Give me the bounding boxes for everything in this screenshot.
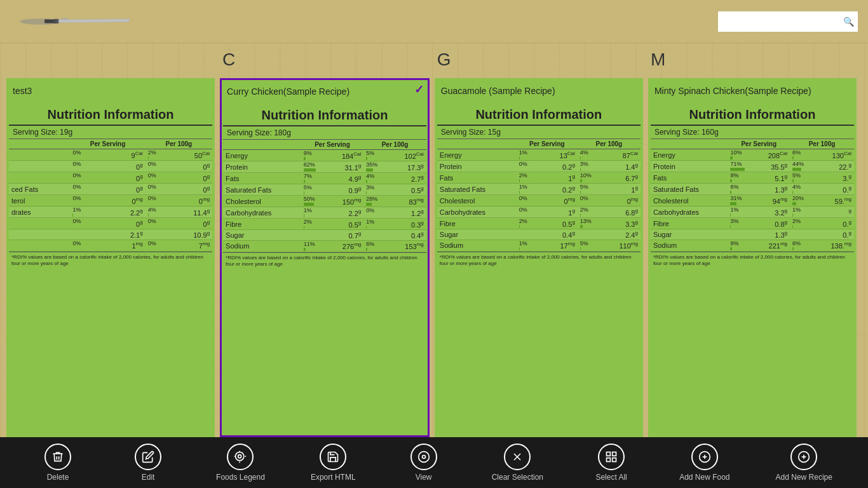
nutrition-label: Nutrition InformationServing Size: 180gP… bbox=[222, 103, 428, 271]
per100g-bar: 44% bbox=[790, 161, 815, 172]
per100g-value: 2.4g bbox=[603, 229, 640, 240]
per-serving-value: 94mg bbox=[753, 195, 790, 207]
search-input[interactable] bbox=[723, 11, 853, 32]
table-row: Fibre2%0.5g13%3.3g bbox=[437, 218, 641, 229]
nutrient-name: Sugar bbox=[223, 230, 301, 241]
per-serving-bar: 2% bbox=[301, 219, 327, 230]
per100g-value: 0g bbox=[171, 184, 212, 195]
nutrition-title: Nutrition Information bbox=[651, 104, 854, 126]
nutrient-name: Protein bbox=[651, 161, 728, 172]
per100g-value: 0mg bbox=[603, 195, 640, 207]
svg-point-11 bbox=[418, 452, 429, 463]
recipe-card[interactable]: Curry Chicken(Sample Recipe)✓Nutrition I… bbox=[220, 78, 430, 437]
search-icon[interactable]: 🔍 bbox=[843, 17, 854, 27]
per-serving-value: 0g bbox=[102, 218, 145, 229]
toolbar-item-select-all[interactable]: Select All bbox=[589, 444, 634, 482]
per-serving-bar: 50% bbox=[301, 196, 327, 207]
per100g-bar: 0% bbox=[146, 218, 171, 229]
serving-size: Serving Size: 180g bbox=[223, 126, 426, 140]
nutrient-name: Saturated Fats bbox=[651, 184, 728, 195]
letter-header: C bbox=[220, 50, 430, 78]
nutrient-name: Sugar bbox=[651, 229, 728, 240]
toolbar-item-clear-selection[interactable]: Clear Selection bbox=[492, 444, 543, 482]
nutrition-title: Nutrition Information bbox=[9, 104, 212, 126]
toolbar-item-view[interactable]: View bbox=[402, 444, 446, 482]
svg-rect-15 bbox=[607, 452, 611, 456]
per100g-bar: 2% bbox=[790, 218, 815, 229]
nutrition-table: Per ServingPer 100g0%9Cal2%50Cal0%0g0%0g… bbox=[9, 139, 212, 252]
add-new-recipe-icon bbox=[790, 444, 817, 470]
per100g-bar bbox=[790, 229, 815, 240]
per100g-value: 3.3g bbox=[603, 218, 640, 229]
per-serving-value: 13Cal bbox=[541, 149, 578, 161]
per-serving-value: 0.9g bbox=[327, 184, 364, 196]
per100g-value: 0.3g bbox=[389, 219, 426, 230]
nutrient-name: Energy bbox=[651, 149, 728, 161]
per-serving-value: 276mg bbox=[327, 240, 364, 252]
per100g-value: 6.8g bbox=[603, 207, 640, 218]
serving-size: Serving Size: 160g bbox=[651, 126, 854, 139]
nutrition-table-header bbox=[651, 139, 728, 149]
nutrient-name: Carbohydrates bbox=[651, 207, 728, 218]
nutrition-table: Per ServingPer 100gEnergy1%13Cal4%87CalP… bbox=[437, 139, 641, 252]
per100g-value: 130Cal bbox=[815, 149, 854, 161]
view-icon bbox=[410, 444, 437, 470]
table-row: Fats2%1g10%6.7g bbox=[437, 172, 641, 184]
table-row: Sugar1.3g0.g bbox=[651, 229, 854, 240]
per100g-value: 83mg bbox=[389, 196, 426, 207]
per-serving-value: 1g bbox=[541, 207, 578, 218]
per-serving-bar bbox=[728, 229, 752, 240]
letter-group-none: test3Nutrition InformationServing Size: … bbox=[6, 50, 215, 437]
per100g-bar: 2% bbox=[578, 207, 604, 218]
per-serving-bar: 0% bbox=[70, 161, 102, 172]
recipe-card-title: Minty Spinach Chicken(Sample Recipe) bbox=[649, 79, 855, 102]
per100g-bar: 0% bbox=[146, 195, 171, 207]
svg-point-3 bbox=[47, 20, 48, 22]
toolbar-item-add-new-recipe[interactable]: Add New Recipe bbox=[776, 444, 832, 482]
nutrient-name: Fibre bbox=[437, 218, 517, 229]
per-serving-bar: 0% bbox=[70, 195, 102, 207]
per100g-value: 1.4g bbox=[603, 161, 640, 172]
nutrition-label: Nutrition InformationServing Size: 15gPe… bbox=[436, 102, 642, 270]
recipe-card[interactable]: Guacamole (Sample Recipe)Nutrition Infor… bbox=[435, 78, 643, 437]
nutrient-name: drates bbox=[9, 207, 70, 218]
table-row: 0%1mg0%7mg bbox=[9, 240, 212, 251]
table-row: Energy9%184Cal5%102Cal bbox=[223, 150, 426, 161]
table-row: Protein62%31.1g35%17.3g bbox=[223, 161, 426, 173]
per-serving-bar: 3% bbox=[728, 218, 752, 229]
per100g-bar: 35% bbox=[363, 161, 389, 173]
per-serving-bar: 8% bbox=[728, 172, 752, 184]
per-serving-value: 0.2g bbox=[541, 184, 578, 195]
per-serving-value: 150mg bbox=[327, 196, 364, 207]
table-row: Saturated Fats5%0.9g3%0.5g bbox=[223, 184, 426, 196]
per-serving-value: 1.3g bbox=[753, 229, 790, 240]
table-row: terol0%0mg0%0mg bbox=[9, 195, 212, 207]
per100g-value: 22.g bbox=[815, 161, 854, 172]
export-html-icon bbox=[320, 444, 346, 470]
toolbar-item-export-html[interactable]: Export HTML bbox=[311, 444, 356, 482]
nutrition-title: Nutrition Information bbox=[437, 104, 641, 126]
per100g-bar bbox=[363, 230, 389, 241]
app-header: 🔍 bbox=[0, 0, 868, 43]
toolbar-item-foods-legend[interactable]: Foods Legend bbox=[216, 444, 265, 482]
nutrition-footnote: *RDI% values are based on a calorific in… bbox=[9, 252, 212, 269]
toolbar-item-delete[interactable]: Delete bbox=[36, 444, 80, 482]
nutrition-table-header bbox=[9, 139, 70, 149]
recipe-card[interactable]: test3Nutrition InformationServing Size: … bbox=[6, 78, 215, 437]
per-serving-bar: 1% bbox=[70, 207, 102, 218]
letter-header bbox=[6, 50, 215, 78]
recipe-card-title: Curry Chicken(Sample Recipe) bbox=[222, 80, 428, 103]
table-row: Cholesterol31%94mg20%59.mg bbox=[651, 195, 854, 207]
per100g-bar: 6% bbox=[790, 149, 815, 161]
nutrient-name: Saturated Fats bbox=[437, 184, 517, 195]
nutrition-table-header: Per 100g bbox=[790, 139, 854, 149]
per-serving-bar: 10% bbox=[728, 149, 752, 161]
nutrient-name bbox=[9, 229, 70, 240]
main-content: test3Nutrition InformationServing Size: … bbox=[0, 43, 868, 437]
toolbar-item-edit[interactable]: Edit bbox=[126, 444, 170, 482]
toolbar-item-add-new-food[interactable]: Add New Food bbox=[679, 444, 729, 482]
per100g-bar: 1% bbox=[790, 207, 815, 218]
per100g-value: 1.2g bbox=[389, 207, 426, 219]
recipe-card[interactable]: Minty Spinach Chicken(Sample Recipe)Nutr… bbox=[648, 78, 857, 437]
nutrition-table-header: Per Serving bbox=[70, 139, 145, 149]
